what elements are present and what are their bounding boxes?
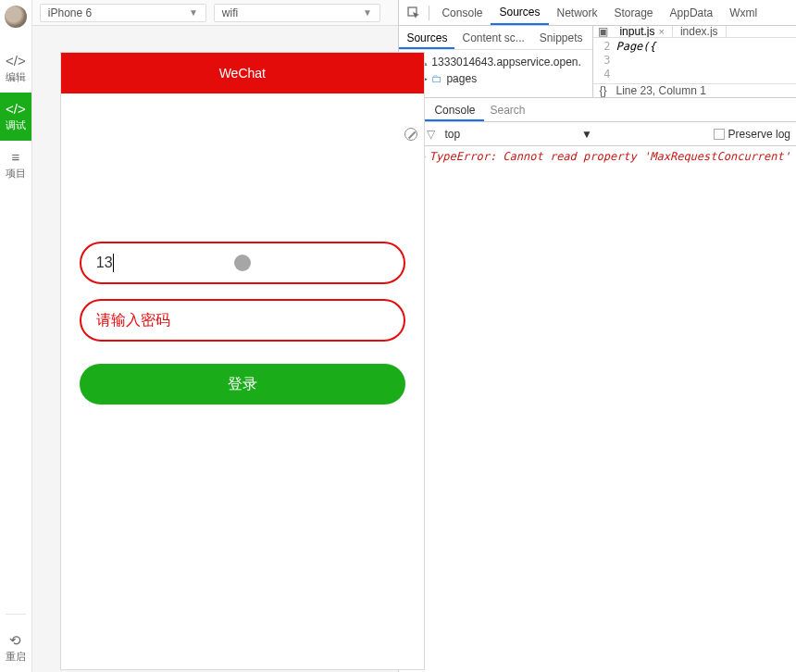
line-number: 4	[597, 68, 610, 81]
devtools-panel: Console Sources Network Storage AppData …	[399, 0, 796, 672]
app-header: WeChat	[61, 53, 424, 93]
show-navigator-button[interactable]: ▣	[593, 26, 612, 38]
debug-icon: </>	[6, 102, 26, 116]
rail-edit[interactable]: </> 编辑	[0, 44, 31, 93]
left-rail: </> 编辑 </> 调试 ≡ 项目 ⟲ 重启	[0, 0, 32, 672]
password-input[interactable]: 请输入密码	[80, 299, 405, 342]
sources-subtabs: Sources Content sc... Snippets »	[399, 26, 592, 50]
rail-debug-label: 调试	[6, 118, 26, 132]
network-selector[interactable]: wifi ▼	[214, 4, 380, 22]
code-icon: </>	[6, 54, 26, 68]
file-tree[interactable]: ▼ ☁ 1333014643.appservice.open. ▶ 🗀 page…	[399, 50, 592, 97]
editor-status-bar: {} Line 23, Column 1	[593, 83, 796, 97]
file-tab-input[interactable]: input.js ×	[612, 26, 672, 37]
tab-wxml[interactable]: Wxml	[721, 0, 765, 25]
rail-project-label: 项目	[6, 167, 26, 180]
network-value: wifi	[222, 6, 238, 19]
login-button[interactable]: 登录	[80, 364, 405, 404]
checkbox-icon	[714, 129, 725, 140]
bracket-icon[interactable]: {}	[599, 84, 606, 97]
context-value: top	[444, 128, 460, 141]
preserve-log-label: Preserve log	[728, 128, 790, 141]
clear-console-icon[interactable]	[404, 128, 417, 141]
console-log[interactable]: ✕ ▶ TypeError: Cannot read property 'Max…	[399, 146, 796, 672]
avatar[interactable]	[5, 6, 27, 28]
editor-pane: ▣ input.js × index.js 2Page({ 3 4 {}	[593, 26, 796, 97]
more-tabs-button[interactable]: »	[591, 31, 593, 44]
phone-frame: WeChat 13 请输入密码 登录	[60, 52, 425, 670]
chevron-down-icon[interactable]: ▼	[581, 128, 592, 141]
tree-host[interactable]: ▼ ☁ 1333014643.appservice.open.	[404, 54, 587, 70]
simulator-viewport: WeChat 13 请输入密码 登录	[32, 26, 399, 672]
rail-separator	[6, 614, 26, 615]
inspect-icon[interactable]	[403, 0, 425, 25]
context-selector[interactable]: top	[444, 128, 460, 141]
file-tab-index[interactable]: index.js	[673, 26, 727, 37]
password-placeholder: 请输入密码	[96, 311, 170, 330]
tab-sources[interactable]: Sources	[491, 0, 548, 25]
rail-edit-label: 编辑	[6, 70, 26, 84]
tab-network[interactable]: Network	[549, 0, 606, 25]
app-title: WeChat	[219, 66, 266, 81]
console-drawer-tabs: ⋮ Console Search	[399, 98, 796, 122]
ide-root: </> 编辑 </> 调试 ≡ 项目 ⟲ 重启 iPhone 6 ▼ wifi …	[0, 0, 796, 672]
simulator-toolbar: iPhone 6 ▼ wifi ▼	[32, 0, 399, 26]
simulator-panel: iPhone 6 ▼ wifi ▼ WeChat 13	[32, 0, 400, 672]
devtools-main-tabs: Console Sources Network Storage AppData …	[399, 0, 796, 26]
rail-project[interactable]: ≡ 项目	[0, 141, 31, 189]
drawer-tab-search[interactable]: Search	[490, 104, 525, 117]
file-tab-index-label: index.js	[680, 26, 718, 38]
tab-appdata[interactable]: AppData	[662, 0, 722, 25]
touch-indicator-icon	[234, 255, 251, 271]
chevron-down-icon: ▼	[363, 7, 372, 18]
cursor-position: Line 23, Column 1	[616, 84, 705, 97]
editor-tabs: ▣ input.js × index.js	[593, 26, 796, 38]
menu-icon: ≡	[12, 150, 20, 164]
tree-host-label: 1333014643.appservice.open.	[431, 56, 580, 68]
tab-storage[interactable]: Storage	[606, 0, 662, 25]
rail-restart-label: 重启	[6, 650, 26, 664]
subtab-sources[interactable]: Sources	[399, 26, 454, 49]
console-error-row[interactable]: ✕ ▶ TypeError: Cannot read property 'Max…	[404, 150, 790, 163]
sources-navigator: Sources Content sc... Snippets » ▼ ☁ 133…	[399, 26, 593, 97]
subtab-content-scripts[interactable]: Content sc...	[454, 26, 531, 49]
chevron-down-icon: ▼	[189, 7, 198, 18]
tab-console[interactable]: Console	[433, 0, 491, 25]
tree-pages[interactable]: ▶ 🗀 pages	[404, 70, 587, 87]
device-selector[interactable]: iPhone 6 ▼	[40, 4, 206, 22]
login-form: 13 请输入密码 登录	[61, 93, 424, 404]
drawer-tab-console[interactable]: Console	[425, 98, 484, 121]
error-message: TypeError: Cannot read property 'MaxRequ…	[429, 150, 790, 163]
username-input[interactable]: 13	[80, 242, 405, 284]
device-value: iPhone 6	[48, 6, 92, 19]
subtab-snippets[interactable]: Snippets	[532, 26, 591, 49]
line-number: 2	[597, 40, 610, 54]
rail-restart[interactable]: ⟲ 重启	[0, 624, 31, 672]
username-value: 13	[96, 255, 113, 271]
restart-icon: ⟲	[9, 633, 21, 647]
console-prompt[interactable]: ›	[404, 167, 790, 180]
code-editor[interactable]: 2Page({ 3 4	[593, 38, 796, 83]
close-icon[interactable]: ×	[658, 26, 664, 37]
preserve-log-toggle[interactable]: Preserve log	[714, 128, 790, 141]
sources-area: Sources Content sc... Snippets » ▼ ☁ 133…	[399, 26, 796, 98]
separator	[429, 6, 429, 20]
file-tab-input-label: input.js	[619, 26, 654, 38]
code-line: Page({	[616, 40, 655, 53]
console-filter-bar: ▽ top ▼ Preserve log	[399, 122, 796, 146]
text-caret	[113, 254, 114, 272]
folder-icon: 🗀	[431, 72, 442, 85]
tree-pages-label: pages	[446, 72, 477, 85]
rail-debug[interactable]: </> 调试	[0, 93, 31, 141]
filter-icon[interactable]: ▽	[427, 128, 435, 141]
line-number: 3	[597, 54, 610, 68]
